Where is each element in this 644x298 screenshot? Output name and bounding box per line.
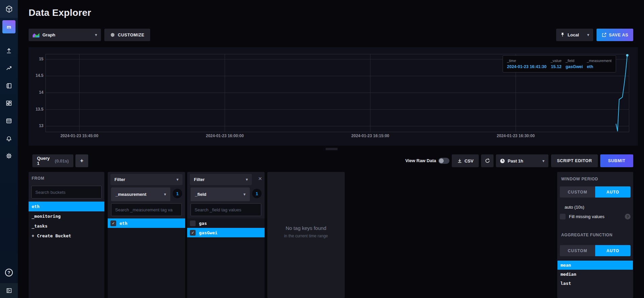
measurement-search-input[interactable] <box>111 203 182 216</box>
bucket-item[interactable]: eth <box>29 202 104 211</box>
selected-count-badge: 1 <box>252 189 262 198</box>
visualization-type-label: Graph <box>42 32 55 37</box>
empty-state-title: No tag keys found <box>267 225 345 231</box>
filter-type-dropdown[interactable]: Filter ▾ <box>110 174 182 185</box>
field-item[interactable]: gasGwei <box>187 228 265 237</box>
tag-key-dropdown[interactable]: _measurement ▾ <box>111 187 170 201</box>
tooltip-value-column: _value 15.12 <box>550 59 561 69</box>
tooltip-measurement-column: _measurement eth <box>587 59 611 69</box>
fill-missing-values-checkbox[interactable] <box>560 214 566 219</box>
measurement-list: eth <box>108 218 185 298</box>
aggregate-function-item[interactable]: mean <box>557 261 633 270</box>
local-dropdown[interactable]: Local ▾ <box>556 29 593 41</box>
bucket-list: eth_monitoring_tasks+ Create Bucket <box>29 202 104 298</box>
chevron-down-icon: ▾ <box>243 192 245 197</box>
settings-icon[interactable] <box>0 149 18 162</box>
resize-handle[interactable] <box>326 148 338 151</box>
window-aggregate-panel: WINDOW PERIOD CUSTOM AUTO auto (10s) Fil… <box>557 172 633 298</box>
refresh-icon <box>485 158 490 163</box>
tooltip-field-column: _field gasGwei <box>566 59 583 69</box>
local-label: Local <box>568 32 579 37</box>
influxdb-logo[interactable] <box>0 0 18 18</box>
export-icon <box>602 32 607 37</box>
data-explorer-page: m ? <box>0 0 644 298</box>
help-icon[interactable]: ? <box>5 269 13 276</box>
time-range-dropdown[interactable]: Past 1h ▾ <box>496 154 548 167</box>
chevron-down-icon: ▾ <box>587 33 589 37</box>
view-raw-data-label: View Raw Data <box>405 158 436 163</box>
notebooks-icon[interactable] <box>0 79 18 92</box>
chart-tooltip: _time 2024-01-23 16:41:30 _value 15.12 _… <box>503 55 616 72</box>
pin-icon <box>560 32 565 37</box>
customize-label: CUSTOMIZE <box>118 33 144 37</box>
bucket-item[interactable]: _monitoring <box>29 211 104 221</box>
aggregate-function-item[interactable]: last <box>557 279 633 288</box>
window-auto-value: auto (10s) <box>565 205 584 210</box>
chevron-down-icon: ▾ <box>95 33 97 37</box>
chevron-down-icon: ▾ <box>542 159 544 163</box>
save-as-label: SAVE AS <box>609 33 629 37</box>
aggregate-function-list: meanmedianlast <box>557 260 633 288</box>
upload-icon[interactable] <box>0 44 18 57</box>
add-query-button[interactable]: + <box>75 154 88 167</box>
chevron-down-icon: ▾ <box>176 177 178 182</box>
tag-key-dropdown[interactable]: _field ▾ <box>191 187 250 201</box>
aggregate-segmented: CUSTOM AUTO <box>560 245 631 256</box>
aggregate-auto-button[interactable]: AUTO <box>595 245 631 256</box>
fill-missing-values-label: Fill missing values <box>569 214 604 219</box>
bucket-item[interactable]: + Create Bucket <box>29 231 104 241</box>
visualization-type-dropdown[interactable]: Graph ▾ <box>29 29 101 41</box>
query-duration: (0.01s) <box>55 158 69 163</box>
save-as-button[interactable]: SAVE AS <box>597 29 633 41</box>
tag-key-label: _measurement <box>115 192 146 197</box>
window-period-title: WINDOW PERIOD <box>561 177 598 181</box>
tooltip-time-column: _time 2024-01-23 16:41:30 <box>507 59 546 69</box>
csv-label: CSV <box>465 158 474 163</box>
chevron-down-icon: ▾ <box>246 177 248 182</box>
bucket-item[interactable]: _tasks <box>29 221 104 231</box>
view-raw-data-toggle[interactable] <box>438 158 449 164</box>
aggregate-function-item[interactable]: median <box>557 270 633 279</box>
customize-button[interactable]: CUSTOMIZE <box>104 29 150 41</box>
dashboards-icon[interactable] <box>0 96 18 110</box>
from-panel: FROM eth_monitoring_tasks+ Create Bucket <box>29 172 104 298</box>
selected-count-badge: 1 <box>173 189 182 198</box>
filter-panel-measurement: Filter ▾ _measurement ▾ 1 eth <box>108 172 185 298</box>
page-title: Data Explorer <box>29 7 91 18</box>
query-tab[interactable]: Query 1 (0.01s) <box>32 154 73 167</box>
field-list: gasgasGwei <box>187 218 265 298</box>
avatar[interactable]: m <box>2 20 15 33</box>
filter-title: Filter <box>194 177 205 182</box>
close-icon[interactable]: × <box>258 175 262 182</box>
chevron-down-icon: ▾ <box>164 192 166 197</box>
csv-button[interactable]: CSV <box>452 154 479 167</box>
window-auto-button[interactable]: AUTO <box>595 186 631 198</box>
submit-button[interactable]: SUBMIT <box>600 154 633 167</box>
script-editor-button[interactable]: SCRIPT EDITOR <box>551 154 598 167</box>
window-period-segmented: CUSTOM AUTO <box>560 186 631 198</box>
gear-icon <box>110 32 115 37</box>
tasks-icon[interactable] <box>0 114 18 127</box>
expand-sidebar-icon[interactable] <box>0 283 18 298</box>
filter-type-dropdown[interactable]: Filter ▾ <box>190 174 252 185</box>
aggregate-function-title: AGGREGATE FUNCTION <box>561 233 613 237</box>
empty-state-subtitle: in the current time range <box>267 234 345 238</box>
alerts-icon[interactable] <box>0 131 18 145</box>
bucket-search-input[interactable] <box>31 186 102 199</box>
filter-title: Filter <box>114 177 125 182</box>
field-search-input[interactable] <box>191 203 261 216</box>
checkbox[interactable] <box>190 220 196 226</box>
checkbox[interactable] <box>110 220 116 226</box>
window-custom-button[interactable]: CUSTOM <box>560 186 595 198</box>
field-item[interactable]: gas <box>187 218 265 228</box>
question-icon[interactable]: ? <box>625 214 631 219</box>
measurement-item[interactable]: eth <box>108 218 185 228</box>
aggregate-custom-button[interactable]: CUSTOM <box>560 245 595 256</box>
tag-key-label: _field <box>195 192 206 197</box>
sidebar: m ? <box>0 0 18 298</box>
data-explorer-icon[interactable] <box>0 61 18 75</box>
chart-panel: 1313.51414.515 2024-01-23 15:45:002024-0… <box>29 47 638 146</box>
checkbox[interactable] <box>190 230 196 236</box>
query-tab-label: Query 1 <box>37 156 53 166</box>
refresh-button[interactable] <box>481 154 494 167</box>
